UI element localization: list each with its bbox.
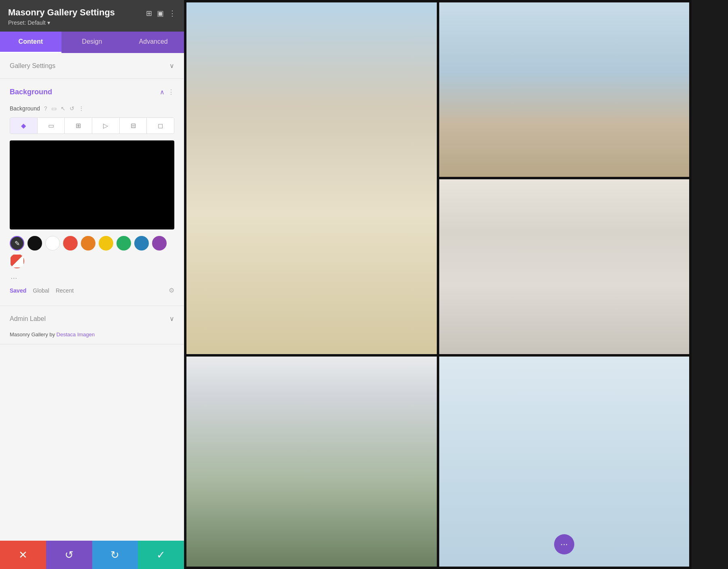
bg-type-flat[interactable]: ◆ bbox=[10, 118, 38, 134]
swatch-none[interactable] bbox=[10, 254, 24, 268]
sidebar-bottom-bar: ✕ ↺ ↻ ✓ bbox=[0, 541, 184, 569]
admin-label-header[interactable]: Admin Label ∨ bbox=[0, 306, 184, 331]
sidebar-title: Masonry Gallery Settings bbox=[8, 7, 115, 18]
admin-label-chevron: ∨ bbox=[169, 315, 174, 323]
color-swatches: ✎ bbox=[10, 236, 174, 268]
preset-label: Preset: Default bbox=[8, 19, 46, 26]
admin-label-text: Masonry Gallery by Destaca Imagen bbox=[0, 331, 184, 344]
background-collapse-icon[interactable]: ∧ bbox=[160, 88, 165, 96]
admin-label-title: Admin Label bbox=[10, 315, 46, 323]
tab-design[interactable]: Design bbox=[61, 32, 123, 53]
bg-label-row: Background ? ▭ ↖ ↺ ⋮ bbox=[10, 105, 174, 112]
background-section-title: Background bbox=[10, 88, 52, 96]
preset-dropdown-icon: ▾ bbox=[47, 19, 50, 26]
background-section: Background ∧ ⋮ Background ? ▭ ↖ ↺ ⋮ bbox=[0, 79, 184, 306]
sidebar-header: Masonry Gallery Settings Preset: Default… bbox=[0, 0, 184, 32]
gallery-image-pier bbox=[439, 2, 690, 177]
bg-type-video[interactable]: ▷ bbox=[92, 118, 120, 134]
redo-icon: ↻ bbox=[110, 549, 119, 561]
gallery-image-interior bbox=[439, 179, 690, 354]
more-icon[interactable]: ⋮ bbox=[169, 9, 176, 18]
save-icon: ✓ bbox=[157, 549, 165, 561]
color-tab-saved[interactable]: Saved bbox=[10, 287, 26, 294]
undo-button[interactable]: ↺ bbox=[46, 541, 92, 569]
swatch-orange[interactable] bbox=[81, 236, 95, 251]
redo-button[interactable]: ↻ bbox=[92, 541, 138, 569]
bg-type-tabs: ◆ ▭ ⊞ ▷ ⊟ ◻ bbox=[10, 117, 174, 134]
swatch-purple[interactable] bbox=[152, 236, 167, 251]
bg-type-mask[interactable]: ◻ bbox=[147, 118, 174, 134]
gallery-grid: ··· bbox=[184, 0, 692, 569]
save-button[interactable]: ✓ bbox=[138, 541, 184, 569]
panel-icon[interactable]: ▣ bbox=[157, 9, 164, 18]
main-content: ··· bbox=[184, 0, 692, 569]
tab-content[interactable]: Content bbox=[0, 32, 61, 53]
sidebar-content: Gallery Settings ∨ Background ∧ ⋮ Backgr… bbox=[0, 53, 184, 541]
background-section-body: Background ? ▭ ↖ ↺ ⋮ ◆ ▭ ⊞ ▷ ⊟ ◻ bbox=[0, 105, 184, 306]
swatch-white[interactable] bbox=[45, 236, 60, 251]
cancel-icon: ✕ bbox=[19, 549, 28, 561]
gallery-settings-section: Gallery Settings ∨ bbox=[0, 53, 184, 79]
undo-icon: ↺ bbox=[65, 549, 74, 561]
sidebar-header-icons: ⊞ ▣ ⋮ bbox=[146, 9, 176, 18]
color-preview[interactable] bbox=[10, 140, 174, 229]
color-more-dots[interactable]: ··· bbox=[11, 273, 17, 282]
gallery-image-dock bbox=[186, 357, 437, 567]
background-section-header[interactable]: Background ∧ ⋮ bbox=[0, 79, 184, 105]
admin-label-section: Admin Label ∨ Masonry Gallery by Destaca… bbox=[0, 306, 184, 344]
three-dot-icon: ··· bbox=[561, 539, 568, 550]
bg-more-icon[interactable]: ⋮ bbox=[78, 105, 84, 112]
swatch-green[interactable] bbox=[116, 236, 131, 251]
gallery-settings-chevron: ∨ bbox=[169, 62, 174, 70]
bg-reset-icon[interactable]: ↺ bbox=[70, 105, 74, 112]
right-panel bbox=[692, 0, 728, 569]
color-tab-recent[interactable]: Recent bbox=[56, 287, 74, 294]
expand-icon[interactable]: ⊞ bbox=[146, 9, 152, 18]
bg-type-image[interactable]: ⊞ bbox=[65, 118, 92, 134]
gallery-settings-header[interactable]: Gallery Settings ∨ bbox=[0, 53, 184, 79]
gallery-settings-title: Gallery Settings bbox=[10, 62, 55, 70]
sidebar-header-left: Masonry Gallery Settings Preset: Default… bbox=[8, 7, 115, 26]
sidebar-preset[interactable]: Preset: Default ▾ bbox=[8, 19, 115, 26]
admin-label-prefix: Masonry Gallery by bbox=[10, 331, 57, 338]
gallery-image-sky: ··· bbox=[439, 357, 690, 567]
bg-label: Background bbox=[10, 105, 40, 112]
color-settings-icon[interactable]: ⚙ bbox=[169, 287, 174, 294]
bg-device-icon[interactable]: ▭ bbox=[51, 105, 57, 112]
bg-type-gradient[interactable]: ▭ bbox=[38, 118, 65, 134]
bg-help-icon[interactable]: ? bbox=[44, 105, 47, 112]
swatch-yellow[interactable] bbox=[99, 236, 113, 251]
bg-cursor-icon[interactable]: ↖ bbox=[61, 105, 66, 112]
swatch-black[interactable] bbox=[28, 236, 42, 251]
tab-advanced[interactable]: Advanced bbox=[123, 32, 184, 53]
swatch-blue[interactable] bbox=[134, 236, 149, 251]
sidebar: Masonry Gallery Settings Preset: Default… bbox=[0, 0, 184, 569]
eyedropper-swatch[interactable]: ✎ bbox=[10, 236, 24, 251]
background-section-icons: ∧ ⋮ bbox=[160, 88, 174, 96]
bg-type-pattern[interactable]: ⊟ bbox=[120, 118, 147, 134]
swatch-red[interactable] bbox=[63, 236, 78, 251]
admin-label-link[interactable]: Destaca Imagen bbox=[57, 331, 95, 338]
color-tab-global[interactable]: Global bbox=[33, 287, 49, 294]
sidebar-tabs: Content Design Advanced bbox=[0, 32, 184, 53]
gallery-more-button[interactable]: ··· bbox=[554, 534, 574, 554]
color-tab-links: Saved Global Recent ⚙ bbox=[10, 287, 174, 294]
background-more-icon[interactable]: ⋮ bbox=[168, 88, 174, 96]
cancel-button[interactable]: ✕ bbox=[0, 541, 46, 569]
gallery-image-desert bbox=[186, 2, 437, 354]
